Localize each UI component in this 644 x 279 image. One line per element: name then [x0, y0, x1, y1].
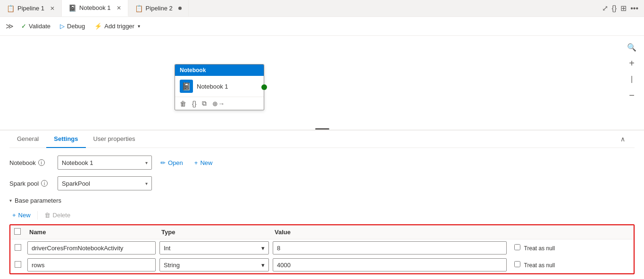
lightning-icon: ⚡	[94, 23, 102, 30]
tab-pipeline2-dot	[178, 7, 182, 10]
row1-type-cell: Int ▾	[158, 239, 271, 257]
row2-type-arrow: ▾	[261, 262, 265, 269]
notebook-card-body: 📓 Notebook 1	[175, 76, 264, 97]
notebook-card-footer: 🗑 {} ⧉ ⊕→	[175, 97, 264, 110]
params-table: Name Type Value	[10, 225, 634, 273]
th-checkbox	[10, 225, 25, 239]
notebook1-icon: 📓	[68, 4, 76, 12]
notebook-card-name: Notebook 1	[197, 83, 228, 90]
new-notebook-button[interactable]: + New	[192, 159, 216, 166]
table-header-row: Name Type Value	[10, 225, 634, 239]
debug-button[interactable]: ▷ Debug	[56, 21, 89, 32]
notebook-card-header: Notebook	[175, 65, 264, 76]
row2-name-input[interactable]	[27, 258, 156, 271]
notebook-select[interactable]: Notebook 1 ▾	[58, 156, 152, 170]
spark-pool-info-icon[interactable]: i	[41, 180, 48, 187]
panel-collapse-button[interactable]: ∧	[620, 131, 625, 148]
more-options-icon[interactable]: •••	[630, 4, 638, 13]
notebook-code-icon[interactable]: {}	[192, 100, 196, 107]
table-row: String ▾ Treat as null	[10, 256, 634, 273]
row2-checkbox[interactable]	[15, 261, 21, 268]
tab-actions: ⤢ {} ⊞ •••	[602, 4, 644, 13]
delete-param-icon: 🗑	[44, 212, 50, 219]
notebook-info-icon[interactable]: i	[38, 159, 45, 166]
settings-panel-content: Notebook i Notebook 1 ▾ ✏ Open + New	[9, 148, 635, 279]
row2-checkbox-cell	[10, 256, 25, 273]
header-checkbox[interactable]	[14, 228, 21, 235]
zoom-out-button[interactable]: −	[625, 89, 638, 102]
new-param-button[interactable]: + New	[9, 210, 33, 221]
spark-pool-form-row: Spark pool i SparkPool ▾	[9, 176, 635, 190]
row1-treat-null-cell: Treat as null	[509, 239, 634, 257]
new-param-plus-icon: +	[12, 212, 16, 219]
notebook-label: Notebook i	[9, 159, 52, 166]
grid-icon[interactable]: ⊞	[620, 4, 627, 13]
row1-value-input[interactable]	[273, 241, 507, 254]
zoom-in-button[interactable]: +	[625, 57, 638, 70]
pipeline1-icon: 📋	[7, 5, 15, 12]
expand-icon[interactable]: ⤢	[602, 4, 608, 13]
plus-icon: +	[194, 159, 198, 166]
zoom-slider[interactable]: |	[625, 73, 638, 86]
tab-notebook1-close[interactable]: ✕	[117, 5, 121, 11]
notebook-form-row: Notebook i Notebook 1 ▾ ✏ Open + New	[9, 156, 635, 170]
notebook-select-arrow: ▾	[145, 160, 148, 165]
delete-param-button[interactable]: 🗑 Delete	[42, 210, 74, 221]
notebook-delete-icon[interactable]: 🗑	[180, 100, 186, 107]
base-params-chevron: ▾	[9, 198, 12, 203]
th-value: Value	[271, 225, 509, 239]
tab-pipeline1[interactable]: 📋 Pipeline 1 ✕	[0, 0, 62, 16]
add-trigger-button[interactable]: ⚡ Add trigger ▾	[91, 21, 144, 32]
tab-pipeline2[interactable]: 📋 Pipeline 2	[128, 0, 189, 16]
row2-treat-null-checkbox[interactable]	[514, 261, 520, 267]
row1-treat-null-label: Treat as null	[510, 245, 555, 252]
row2-value-cell	[271, 256, 509, 273]
tab-bar: 📋 Pipeline 1 ✕ 📓 Notebook 1 ✕ 📋 Pipeline…	[0, 0, 644, 17]
tab-notebook1-label: Notebook 1	[79, 4, 111, 11]
notebook-arrow-icon[interactable]: ⊕→	[212, 100, 225, 107]
base-parameters-header[interactable]: ▾ Base parameters	[9, 197, 635, 204]
row2-type-select[interactable]: String ▾	[159, 258, 269, 271]
row2-name-cell	[25, 256, 158, 273]
main-toolbar: ≫ ✓ Validate ▷ Debug ⚡ Add trigger ▾	[0, 17, 644, 36]
tab-notebook1[interactable]: 📓 Notebook 1 ✕	[62, 0, 128, 16]
pipeline2-icon: 📋	[135, 5, 143, 12]
settings-tabs-nav: General Settings User properties ∧	[9, 131, 635, 148]
validate-button[interactable]: ✓ Validate	[17, 21, 54, 32]
th-treat-null	[509, 225, 634, 239]
tab-general[interactable]: General	[9, 131, 46, 148]
spark-pool-select[interactable]: SparkPool ▾	[58, 176, 152, 190]
spark-pool-select-arrow: ▾	[145, 181, 148, 186]
params-table-wrapper: Name Type Value	[9, 224, 635, 274]
row2-treat-null-cell: Treat as null	[509, 256, 634, 273]
th-name: Name	[25, 225, 158, 239]
canvas-area: Notebook 📓 Notebook 1 🗑 {} ⧉ ⊕→ 🔍 + | −	[0, 36, 644, 130]
row2-value-input[interactable]	[273, 258, 507, 271]
tab-user-properties[interactable]: User properties	[86, 131, 143, 148]
panel-resize-handle[interactable]	[315, 128, 329, 130]
notebook-activity-card[interactable]: Notebook 📓 Notebook 1 🗑 {} ⧉ ⊕→	[175, 64, 264, 110]
row2-type-cell: String ▾	[158, 256, 271, 273]
row1-treat-null-checkbox[interactable]	[514, 244, 520, 250]
canvas-tools: 🔍 + | −	[625, 41, 638, 102]
pencil-icon: ✏	[160, 159, 166, 166]
tab-pipeline1-close[interactable]: ✕	[50, 5, 55, 12]
row1-name-input[interactable]	[27, 241, 156, 254]
row1-checkbox-cell	[10, 239, 25, 257]
row2-treat-null-label: Treat as null	[510, 262, 555, 269]
notebook-copy-icon[interactable]: ⧉	[202, 99, 207, 107]
open-notebook-button[interactable]: ✏ Open	[158, 159, 186, 166]
params-toolbar: + New 🗑 Delete	[9, 210, 635, 221]
params-toolbar-divider	[37, 211, 38, 220]
tab-pipeline2-label: Pipeline 2	[146, 5, 173, 12]
tab-pipeline1-label: Pipeline 1	[17, 5, 44, 12]
table-row: Int ▾ Treat as null	[10, 239, 634, 257]
th-type: Type	[158, 225, 271, 239]
tab-settings[interactable]: Settings	[46, 131, 85, 148]
search-canvas-button[interactable]: 🔍	[625, 41, 638, 54]
sidebar-expand-icon[interactable]: ≫	[6, 22, 14, 31]
row1-type-select[interactable]: Int ▾	[159, 241, 269, 254]
row1-checkbox[interactable]	[15, 244, 21, 251]
code-icon[interactable]: {}	[612, 4, 617, 13]
add-trigger-chevron: ▾	[138, 24, 140, 29]
